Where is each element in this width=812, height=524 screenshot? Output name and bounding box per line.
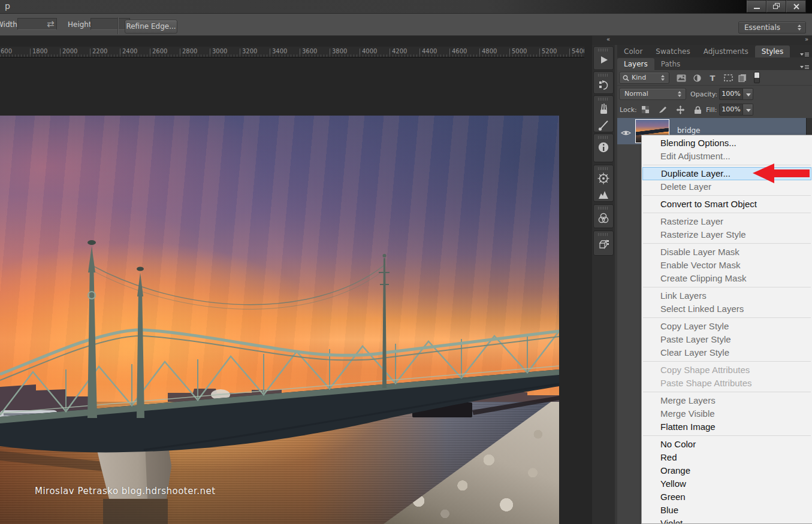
tool-presets-icon[interactable] xyxy=(594,102,613,118)
tab-adjustments[interactable]: Adjustments xyxy=(697,46,755,58)
menu-item-link-layers[interactable]: Link Layers xyxy=(642,289,812,302)
ruler-tick xyxy=(419,49,420,57)
menu-item-enable-vector-mask[interactable]: Enable Vector Mask xyxy=(642,259,812,272)
tab-paths[interactable]: Paths xyxy=(654,58,687,71)
tab-swatches[interactable]: Swatches xyxy=(649,46,696,58)
menu-item-blending-options[interactable]: Blending Options... xyxy=(642,137,812,150)
layer-context-menu: Blending Options...Edit Adjustment...Dup… xyxy=(641,135,812,524)
blend-mode-combo[interactable]: Normal xyxy=(619,88,686,100)
group-grip[interactable] xyxy=(598,49,609,52)
histogram-icon[interactable] xyxy=(594,187,613,204)
strip-group-navigator xyxy=(593,165,614,202)
brush-presets-icon[interactable] xyxy=(594,118,613,134)
ruler-tick xyxy=(360,49,360,57)
menu-separator xyxy=(643,195,811,196)
menu-item-orange[interactable]: Orange xyxy=(642,464,812,477)
ruler-label: 4000 xyxy=(362,48,377,54)
menu-item-copy-layer-style[interactable]: Copy Layer Style xyxy=(642,320,812,333)
menu-separator xyxy=(643,392,811,392)
lock-position-icon[interactable] xyxy=(675,105,686,114)
menu-item-violet[interactable]: Violet xyxy=(642,517,812,524)
panel-scrollbar[interactable] xyxy=(806,118,812,135)
fill-dropdown-button[interactable] xyxy=(743,104,753,116)
menu-separator xyxy=(643,213,811,213)
tab-styles[interactable]: Styles xyxy=(755,46,790,58)
info-icon[interactable] xyxy=(594,140,613,156)
opacity-value[interactable]: 100% xyxy=(719,88,743,100)
lock-all-icon[interactable] xyxy=(692,105,703,114)
ruler-tick xyxy=(330,49,330,57)
adjustment-layer-filter-icon[interactable] xyxy=(690,72,704,83)
menu-item-green[interactable]: Green xyxy=(642,490,812,504)
ruler-tick xyxy=(479,49,480,57)
group-grip[interactable] xyxy=(598,207,609,210)
minimize-button[interactable] xyxy=(747,0,766,13)
restore-button[interactable] xyxy=(766,0,786,13)
refine-edge-button[interactable]: Refine Edge... xyxy=(125,20,177,34)
tab-color[interactable]: Color xyxy=(617,46,649,58)
ruler-tick xyxy=(300,49,300,57)
lock-pixels-icon[interactable] xyxy=(657,105,668,114)
group-grip[interactable] xyxy=(598,167,609,170)
fill-value[interactable]: 100% xyxy=(719,104,743,116)
collapse-panels-icon[interactable]: « xyxy=(606,36,610,43)
menu-item-copy-shape-attributes[interactable]: Copy Shape Attributes xyxy=(642,364,812,377)
history-icon[interactable] xyxy=(594,78,613,94)
menu-item-no-color[interactable]: No Color xyxy=(642,438,812,451)
window-controls xyxy=(747,0,806,13)
ruler-label: 3000 xyxy=(212,48,227,54)
opacity-label: Opacity: xyxy=(690,90,717,98)
workspace-switcher[interactable]: Essentials xyxy=(738,22,806,34)
type-layer-filter-icon[interactable]: T xyxy=(706,72,719,83)
filter-kind-combo[interactable]: Kind xyxy=(619,72,669,84)
shape-layer-filter-icon[interactable] xyxy=(722,72,735,83)
ruler-tick xyxy=(270,49,270,57)
menu-item-disable-layer-mask[interactable]: Disable Layer Mask xyxy=(642,246,812,259)
ruler-label: 5000 xyxy=(512,48,527,54)
layer-visibility-eye-icon[interactable] xyxy=(621,128,631,139)
actions-play-icon[interactable] xyxy=(594,53,613,69)
group-grip[interactable] xyxy=(598,136,609,139)
restore-icon xyxy=(773,1,780,12)
expand-panels-icon[interactable]: » xyxy=(805,36,808,43)
group-grip[interactable] xyxy=(598,98,609,101)
menu-item-merge-visible[interactable]: Merge Visible xyxy=(642,407,812,420)
menu-item-edit-adjustment[interactable]: Edit Adjustment... xyxy=(642,150,812,163)
menu-item-yellow[interactable]: Yellow xyxy=(642,477,812,490)
window-title: p xyxy=(5,1,10,11)
opacity-dropdown-button[interactable] xyxy=(743,88,753,100)
group-grip[interactable] xyxy=(598,74,609,77)
ruler-tick xyxy=(210,49,210,57)
fill-label: Fill: xyxy=(706,106,717,114)
navigator-icon[interactable] xyxy=(594,171,613,187)
pixel-layer-filter-icon[interactable] xyxy=(675,72,688,83)
close-button[interactable] xyxy=(786,0,806,13)
ruler-label: 4600 xyxy=(452,48,467,54)
menu-item-red[interactable]: Red xyxy=(642,451,812,464)
layer-filter-row: Kind T xyxy=(617,70,812,86)
photo-watermark: Miroslav Petrasko blog.hdrshooter.net xyxy=(35,486,216,496)
channels-icon[interactable] xyxy=(594,211,613,227)
smart-object-filter-icon[interactable] xyxy=(736,72,749,83)
menu-item-flatten-image[interactable]: Flatten Image xyxy=(642,420,812,434)
menu-item-create-clipping-mask[interactable]: Create Clipping Mask xyxy=(642,272,812,285)
tab-layers[interactable]: Layers xyxy=(617,58,654,71)
menu-item-blue[interactable]: Blue xyxy=(642,504,812,517)
menu-item-paste-shape-attributes[interactable]: Paste Shape Attributes xyxy=(642,377,812,390)
menu-item-paste-layer-style[interactable]: Paste Layer Style xyxy=(642,333,812,346)
menu-item-rasterize-layer-style[interactable]: Rasterize Layer Style xyxy=(642,228,812,241)
filter-toggle-switch[interactable] xyxy=(754,72,760,83)
swap-dimensions-icon[interactable]: ⇄ xyxy=(47,19,55,29)
group-grip[interactable] xyxy=(598,233,609,236)
lock-transparency-icon[interactable] xyxy=(640,105,651,114)
menu-item-clear-layer-style[interactable]: Clear Layer Style xyxy=(642,346,812,359)
ruler-label: 2800 xyxy=(182,48,197,54)
menu-item-convert-to-smart-object[interactable]: Convert to Smart Object xyxy=(642,198,812,211)
width-label: Width: xyxy=(0,20,20,29)
lock-label: Lock: xyxy=(620,106,637,114)
3d-materials-icon[interactable] xyxy=(594,237,613,253)
menu-item-merge-layers[interactable]: Merge Layers xyxy=(642,394,812,407)
menu-item-rasterize-layer[interactable]: Rasterize Layer xyxy=(642,215,812,228)
menu-item-select-linked-layers[interactable]: Select Linked Layers xyxy=(642,302,812,316)
canvas-image[interactable]: Miroslav Petrasko blog.hdrshooter.net xyxy=(0,116,559,524)
